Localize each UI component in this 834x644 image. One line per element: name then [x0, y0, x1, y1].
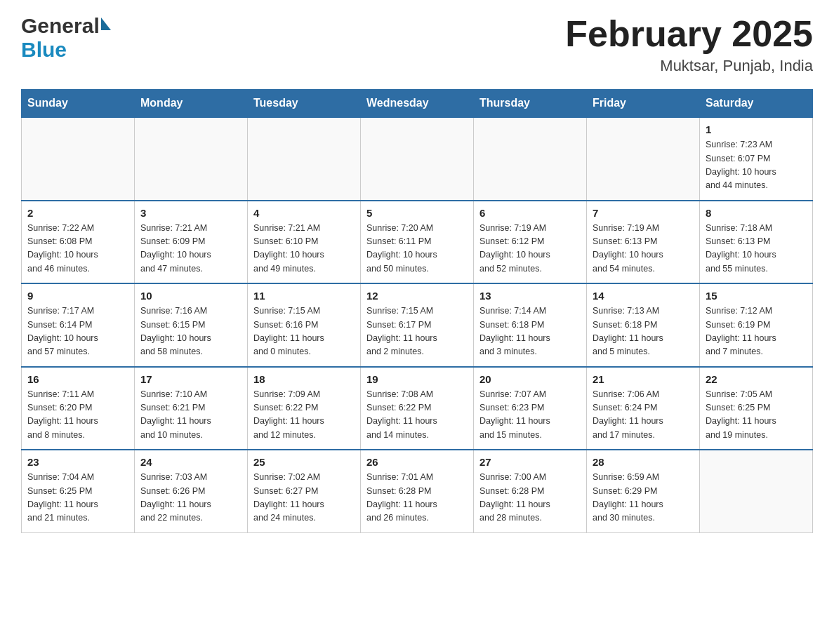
- table-row: 1Sunrise: 7:23 AMSunset: 6:07 PMDaylight…: [700, 117, 813, 201]
- day-number: 7: [593, 207, 694, 219]
- table-row: 11Sunrise: 7:15 AMSunset: 6:16 PMDayligh…: [248, 283, 361, 367]
- logo-general-text: General: [21, 14, 100, 38]
- day-number: 18: [253, 373, 355, 385]
- day-info: Sunrise: 7:07 AMSunset: 6:23 PMDaylight:…: [479, 388, 581, 443]
- logo-arrow-icon: [101, 18, 111, 30]
- day-number: 24: [140, 456, 241, 468]
- table-row: 20Sunrise: 7:07 AMSunset: 6:23 PMDayligh…: [474, 367, 587, 450]
- day-info: Sunrise: 7:18 AMSunset: 6:13 PMDaylight:…: [706, 222, 807, 276]
- table-row: 9Sunrise: 7:17 AMSunset: 6:14 PMDaylight…: [22, 283, 135, 367]
- day-info: Sunrise: 7:02 AMSunset: 6:27 PMDaylight:…: [253, 471, 355, 525]
- location-subtitle: Muktsar, Punjab, India: [565, 57, 813, 75]
- table-row: 26Sunrise: 7:01 AMSunset: 6:28 PMDayligh…: [361, 450, 474, 532]
- table-row: 15Sunrise: 7:12 AMSunset: 6:19 PMDayligh…: [700, 283, 813, 367]
- day-number: 20: [479, 373, 581, 385]
- table-row: 10Sunrise: 7:16 AMSunset: 6:15 PMDayligh…: [135, 283, 248, 367]
- day-info: Sunrise: 7:06 AMSunset: 6:24 PMDaylight:…: [593, 388, 694, 443]
- day-number: 2: [27, 207, 128, 219]
- day-number: 1: [706, 123, 807, 135]
- table-row: 24Sunrise: 7:03 AMSunset: 6:26 PMDayligh…: [135, 450, 248, 532]
- calendar-week-row: 23Sunrise: 7:04 AMSunset: 6:25 PMDayligh…: [22, 450, 813, 532]
- col-saturday: Saturday: [700, 90, 813, 118]
- day-number: 8: [706, 207, 807, 219]
- day-number: 15: [706, 290, 807, 302]
- day-number: 12: [366, 290, 468, 302]
- day-info: Sunrise: 7:19 AMSunset: 6:12 PMDaylight:…: [479, 222, 581, 276]
- table-row: 14Sunrise: 7:13 AMSunset: 6:18 PMDayligh…: [587, 283, 700, 367]
- day-info: Sunrise: 7:15 AMSunset: 6:16 PMDaylight:…: [253, 304, 355, 359]
- day-info: Sunrise: 7:01 AMSunset: 6:28 PMDaylight:…: [366, 471, 468, 525]
- col-sunday: Sunday: [22, 90, 135, 118]
- page-header: General Blue February 2025 Muktsar, Punj…: [21, 14, 813, 75]
- calendar-header-row: Sunday Monday Tuesday Wednesday Thursday…: [22, 90, 813, 118]
- day-info: Sunrise: 7:11 AMSunset: 6:20 PMDaylight:…: [27, 388, 128, 443]
- table-row: 7Sunrise: 7:19 AMSunset: 6:13 PMDaylight…: [587, 201, 700, 284]
- day-info: Sunrise: 7:19 AMSunset: 6:13 PMDaylight:…: [593, 222, 694, 276]
- table-row: 3Sunrise: 7:21 AMSunset: 6:09 PMDaylight…: [135, 201, 248, 284]
- table-row: 28Sunrise: 6:59 AMSunset: 6:29 PMDayligh…: [587, 450, 700, 532]
- table-row: 8Sunrise: 7:18 AMSunset: 6:13 PMDaylight…: [700, 201, 813, 284]
- table-row: 19Sunrise: 7:08 AMSunset: 6:22 PMDayligh…: [361, 367, 474, 450]
- table-row: 2Sunrise: 7:22 AMSunset: 6:08 PMDaylight…: [22, 201, 135, 284]
- day-info: Sunrise: 7:10 AMSunset: 6:21 PMDaylight:…: [140, 388, 241, 443]
- calendar-table: Sunday Monday Tuesday Wednesday Thursday…: [21, 89, 813, 533]
- day-info: Sunrise: 7:12 AMSunset: 6:19 PMDaylight:…: [706, 304, 807, 359]
- col-friday: Friday: [587, 90, 700, 118]
- table-row: 27Sunrise: 7:00 AMSunset: 6:28 PMDayligh…: [474, 450, 587, 532]
- day-info: Sunrise: 7:21 AMSunset: 6:09 PMDaylight:…: [140, 222, 241, 276]
- table-row: [474, 117, 587, 201]
- day-info: Sunrise: 7:13 AMSunset: 6:18 PMDaylight:…: [593, 304, 694, 359]
- day-number: 6: [479, 207, 581, 219]
- day-info: Sunrise: 7:22 AMSunset: 6:08 PMDaylight:…: [27, 222, 128, 276]
- table-row: 4Sunrise: 7:21 AMSunset: 6:10 PMDaylight…: [248, 201, 361, 284]
- day-info: Sunrise: 7:21 AMSunset: 6:10 PMDaylight:…: [253, 222, 355, 276]
- day-number: 25: [253, 456, 355, 468]
- day-number: 16: [27, 373, 128, 385]
- table-row: 22Sunrise: 7:05 AMSunset: 6:25 PMDayligh…: [700, 367, 813, 450]
- day-info: Sunrise: 6:59 AMSunset: 6:29 PMDaylight:…: [593, 471, 694, 525]
- day-number: 21: [593, 373, 694, 385]
- day-number: 5: [366, 207, 468, 219]
- title-block: February 2025 Muktsar, Punjab, India: [565, 14, 813, 75]
- table-row: 5Sunrise: 7:20 AMSunset: 6:11 PMDaylight…: [361, 201, 474, 284]
- table-row: [700, 450, 813, 532]
- day-number: 10: [140, 290, 241, 302]
- day-number: 26: [366, 456, 468, 468]
- col-wednesday: Wednesday: [361, 90, 474, 118]
- day-info: Sunrise: 7:08 AMSunset: 6:22 PMDaylight:…: [366, 388, 468, 443]
- day-number: 27: [479, 456, 581, 468]
- col-monday: Monday: [135, 90, 248, 118]
- day-info: Sunrise: 7:05 AMSunset: 6:25 PMDaylight:…: [706, 388, 807, 443]
- day-info: Sunrise: 7:00 AMSunset: 6:28 PMDaylight:…: [479, 471, 581, 525]
- table-row: 25Sunrise: 7:02 AMSunset: 6:27 PMDayligh…: [248, 450, 361, 532]
- day-info: Sunrise: 7:14 AMSunset: 6:18 PMDaylight:…: [479, 304, 581, 359]
- table-row: [22, 117, 135, 201]
- table-row: 13Sunrise: 7:14 AMSunset: 6:18 PMDayligh…: [474, 283, 587, 367]
- day-number: 28: [593, 456, 694, 468]
- table-row: [587, 117, 700, 201]
- day-number: 9: [27, 290, 128, 302]
- calendar-week-row: 1Sunrise: 7:23 AMSunset: 6:07 PMDaylight…: [22, 117, 813, 201]
- day-number: 13: [479, 290, 581, 302]
- day-info: Sunrise: 7:23 AMSunset: 6:07 PMDaylight:…: [706, 138, 807, 193]
- day-number: 22: [706, 373, 807, 385]
- day-info: Sunrise: 7:15 AMSunset: 6:17 PMDaylight:…: [366, 304, 468, 359]
- day-number: 3: [140, 207, 241, 219]
- day-info: Sunrise: 7:09 AMSunset: 6:22 PMDaylight:…: [253, 388, 355, 443]
- table-row: 6Sunrise: 7:19 AMSunset: 6:12 PMDaylight…: [474, 201, 587, 284]
- col-tuesday: Tuesday: [248, 90, 361, 118]
- day-number: 4: [253, 207, 355, 219]
- table-row: 18Sunrise: 7:09 AMSunset: 6:22 PMDayligh…: [248, 367, 361, 450]
- day-info: Sunrise: 7:03 AMSunset: 6:26 PMDaylight:…: [140, 471, 241, 525]
- day-number: 11: [253, 290, 355, 302]
- day-number: 14: [593, 290, 694, 302]
- table-row: 16Sunrise: 7:11 AMSunset: 6:20 PMDayligh…: [22, 367, 135, 450]
- calendar-week-row: 2Sunrise: 7:22 AMSunset: 6:08 PMDaylight…: [22, 201, 813, 284]
- day-number: 19: [366, 373, 468, 385]
- table-row: [248, 117, 361, 201]
- table-row: [361, 117, 474, 201]
- table-row: 17Sunrise: 7:10 AMSunset: 6:21 PMDayligh…: [135, 367, 248, 450]
- day-info: Sunrise: 7:16 AMSunset: 6:15 PMDaylight:…: [140, 304, 241, 359]
- table-row: [135, 117, 248, 201]
- day-info: Sunrise: 7:04 AMSunset: 6:25 PMDaylight:…: [27, 471, 128, 525]
